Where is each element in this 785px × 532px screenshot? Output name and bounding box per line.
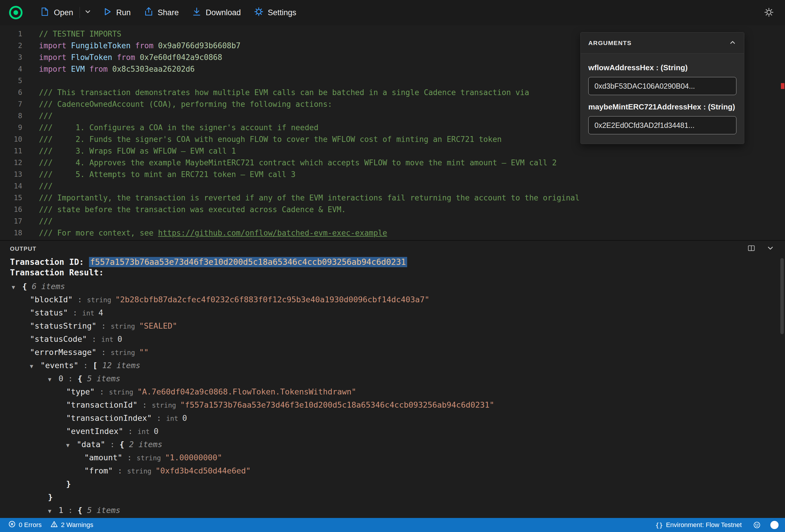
json-tree-line: "statusString" : string "SEALED" — [0, 319, 785, 332]
code-line[interactable]: 16/// state before the transaction was e… — [0, 204, 785, 216]
error-icon — [8, 520, 16, 530]
code-token: /// CadenceOwnedAccount (COA), performin… — [39, 100, 332, 108]
split-panel-icon[interactable] — [747, 244, 756, 254]
theme-toggle-button[interactable] — [762, 5, 776, 21]
argument-input[interactable]: 0xd3bF53DAC106A0290B04... — [588, 77, 736, 95]
json-tree-line: } — [0, 477, 785, 490]
json-segment-type: int — [82, 309, 98, 317]
flow-logo-icon[interactable] — [9, 5, 23, 20]
argument-label: wflowAddressHex : (String) — [588, 62, 736, 73]
environment-label: Environment: Flow Testnet — [666, 521, 742, 529]
output-scrollbar-thumb[interactable] — [780, 258, 784, 334]
run-button[interactable]: Run — [96, 4, 137, 22]
json-segment-type: string — [87, 296, 115, 304]
json-tree-line: "eventIndex" : int 0 — [0, 425, 785, 438]
output-panel: OUTPUT Transaction ID: f557a1573b76aa53e… — [0, 240, 785, 518]
code-token: /// This transaction demonstrates how mu… — [39, 88, 529, 97]
collapse-arrow-icon[interactable]: ▼ — [30, 360, 41, 373]
json-segment-str: "SEALED" — [139, 321, 177, 330]
code-line[interactable]: 18/// For more context, see https://gith… — [0, 227, 785, 239]
sun-icon — [764, 14, 774, 18]
code-line[interactable]: 12/// 4. Approves the example MaybeMintE… — [0, 157, 785, 169]
errors-indicator[interactable]: 0 Errors — [6, 520, 43, 530]
toolbar: Open Run — [0, 0, 785, 25]
json-segment-type: int — [166, 415, 182, 422]
open-dropdown-button[interactable] — [80, 5, 96, 21]
json-tree-line: } — [0, 490, 785, 504]
json-segment-type: string — [111, 323, 139, 330]
line-number: 6 — [0, 86, 22, 98]
json-tree-line: ▼1 : { 5 items — [0, 504, 785, 517]
code-token: import — [39, 41, 71, 50]
json-tree-line: ▼{ 6 items — [0, 280, 785, 293]
code-token: FlowToken — [71, 53, 117, 62]
argument-input[interactable]: 0x2E2Ed0Cfd3AD2f1d34481... — [588, 116, 736, 134]
line-number: 16 — [0, 204, 22, 216]
json-tree-line: "type" : string "A.7e60df042a9c0868.Flow… — [0, 385, 785, 398]
json-segment-key: "transactionId" — [66, 400, 137, 409]
errors-count: 0 Errors — [19, 521, 42, 529]
json-segment-brace: { — [120, 440, 129, 449]
json-segment-key: "status" — [30, 308, 68, 317]
json-segment-key: "statusCode" — [30, 334, 87, 344]
json-segment-key: "errorMessage" — [30, 348, 97, 357]
json-segment-punct: : — [63, 506, 78, 515]
code-link[interactable]: https://github.com/onflow/batched-evm-ex… — [158, 229, 387, 237]
collapse-arrow-icon[interactable]: ▼ — [48, 373, 58, 386]
code-line[interactable]: 15/// Importantly, the transaction is re… — [0, 192, 785, 204]
arguments-title: ARGUMENTS — [588, 40, 632, 47]
line-number: 13 — [0, 169, 22, 180]
json-tree-line: "status" : int 4 — [0, 306, 785, 319]
status-bar: 0 Errors 2 Warnings {} Environment: Flow… — [0, 518, 785, 532]
warnings-indicator[interactable]: 2 Warnings — [49, 520, 95, 530]
output-title: OUTPUT — [10, 246, 36, 252]
arguments-panel: ARGUMENTS wflowAddressHex : (String)0xd3… — [580, 32, 744, 144]
collapse-output-icon[interactable] — [766, 244, 775, 253]
json-segment-idx: 0 — [58, 374, 63, 383]
json-segment-key: "events" — [41, 361, 78, 370]
json-tree-line: "from" : string "0xfd3b4cd50d44e6ed" — [0, 464, 785, 477]
run-label: Run — [116, 8, 131, 17]
line-number: 10 — [0, 133, 22, 145]
arguments-header[interactable]: ARGUMENTS — [581, 32, 744, 54]
collapse-arrow-icon[interactable]: ▼ — [12, 281, 22, 294]
code-line[interactable]: 13/// 5. Attempts to mint an ERC721 toke… — [0, 169, 785, 180]
braces-icon: {} — [655, 522, 663, 529]
json-segment-type: int — [101, 336, 117, 343]
code-editor[interactable]: 1// TESTNET IMPORTS2import FungibleToken… — [0, 25, 785, 240]
line-number: 7 — [0, 98, 22, 110]
account-avatar[interactable] — [770, 521, 779, 529]
json-segment-type: string — [137, 454, 165, 462]
json-segment-punct: : — [152, 413, 166, 423]
json-segment-key: "amount" — [84, 453, 122, 462]
share-button[interactable]: Share — [137, 4, 185, 22]
json-segment-punct: : — [87, 334, 101, 344]
code-token: /// — [39, 111, 53, 120]
feedback-icon[interactable] — [751, 521, 763, 529]
download-button[interactable]: Download — [185, 4, 247, 22]
json-segment-brace: } — [48, 492, 53, 502]
json-tree-line: "transactionId" : string "f557a1573b76aa… — [0, 398, 785, 411]
open-button[interactable]: Open — [33, 4, 80, 22]
line-number: 5 — [0, 75, 22, 86]
json-segment-str: "2b28cbfb87da2cfec4f0232c6f883f0f12c95b3… — [115, 295, 429, 304]
json-segment-punct: : — [113, 466, 127, 475]
scrollbar-error-marker — [781, 83, 784, 89]
collapse-arrow-icon[interactable]: ▼ — [66, 439, 77, 452]
json-segment-punct: : — [73, 295, 87, 304]
code-line[interactable]: 14/// — [0, 180, 785, 192]
code-token: /// 5. Attempts to mint an ERC721 token … — [39, 170, 296, 179]
environment-indicator[interactable]: {} Environment: Flow Testnet — [654, 521, 743, 529]
json-segment-type: int — [137, 428, 154, 435]
code-line[interactable]: 11/// 3. Wraps FLOW as WFLOW — EVM call … — [0, 145, 785, 157]
json-segment-items: 6 items — [32, 282, 65, 291]
json-segment-punct: : — [97, 348, 111, 357]
transaction-id-label: Transaction ID: — [10, 257, 89, 267]
settings-button[interactable]: Settings — [247, 4, 303, 22]
json-segment-idx: 1 — [58, 506, 63, 515]
code-line[interactable]: 17/// — [0, 216, 785, 227]
json-segment-key: "type" — [66, 387, 95, 396]
chevron-up-icon[interactable] — [729, 39, 736, 47]
code-token: 0x8c5303eaa26202d6 — [112, 65, 195, 73]
collapse-arrow-icon[interactable]: ▼ — [48, 505, 58, 518]
